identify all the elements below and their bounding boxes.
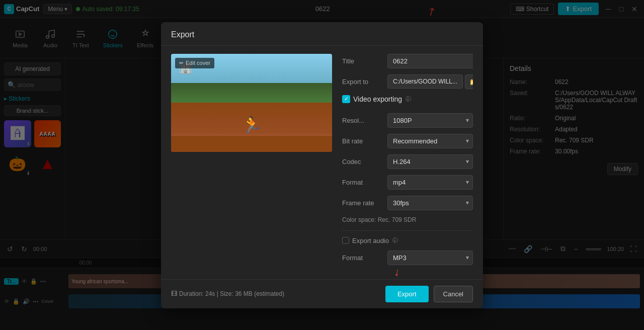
audio-checkbox[interactable] — [342, 237, 349, 244]
resolution-select-wrapper: 1080P 720P 4K ▾ — [387, 113, 473, 128]
edit-icon: ✏ — [179, 60, 184, 66]
audio-section: Export audio 🛈 Format MP3 AAC ▾ — [342, 230, 473, 265]
dialog-title: Export — [161, 22, 483, 46]
title-field-row: Title — [342, 54, 473, 68]
audio-format-select-wrapper: MP3 AAC ▾ — [387, 251, 473, 265]
title-input[interactable] — [387, 54, 473, 68]
video-section-header: ✓ Video exporting 🛈 — [342, 95, 473, 107]
dialog-body: 🏢 🏃 ✏ Edit cover Title E — [161, 46, 483, 279]
bitrate-field-row: Bit rate Recommended High Low ▾ — [342, 134, 473, 148]
footer-buttons: ↓ Export Cancel — [385, 286, 473, 302]
color-space-text: Color space: Rec. 709 SDR — [342, 216, 473, 223]
export-path: C:/Users/GOOD WILL... 📁 — [387, 74, 473, 89]
audio-format-row: Format MP3 AAC ▾ — [342, 251, 473, 265]
bitrate-select-wrapper: Recommended High Low ▾ — [387, 134, 473, 148]
bitrate-select[interactable]: Recommended High Low — [387, 134, 473, 148]
export-dialog-button[interactable]: Export — [385, 286, 429, 302]
codec-field-row: Codec H.264 H.265 ▾ — [342, 154, 473, 169]
format-field-row: Format mp4 mov ▾ — [342, 175, 473, 190]
video-checkbox[interactable]: ✓ — [342, 95, 350, 103]
resolution-field-row: Resol... 1080P 720P 4K ▾ — [342, 113, 473, 128]
folder-icon[interactable]: 📁 — [465, 74, 473, 89]
dialog-preview: 🏢 🏃 ✏ Edit cover — [171, 54, 332, 271]
codec-select[interactable]: H.264 H.265 — [387, 154, 473, 169]
format-select[interactable]: mp4 mov — [387, 175, 473, 190]
audio-format-select[interactable]: MP3 AAC — [387, 251, 473, 265]
preview-image: 🏢 🏃 ✏ Edit cover — [171, 54, 332, 152]
framerate-field-row: Frame rate 30fps 24fps 60fps ▾ — [342, 196, 473, 210]
resolution-select[interactable]: 1080P 720P 4K — [387, 113, 473, 128]
codec-select-wrapper: H.264 H.265 ▾ — [387, 154, 473, 169]
framerate-select-wrapper: 30fps 24fps 60fps ▾ — [387, 196, 473, 210]
video-info-icon[interactable]: 🛈 — [405, 96, 411, 103]
edit-cover-button[interactable]: ✏ Edit cover — [175, 58, 214, 68]
dialog-footer: 🎞 Duration: 24s | Size: 36 MB (estimated… — [161, 279, 483, 308]
export-dialog: Export 🏢 🏃 ✏ Edit cover — [161, 22, 483, 308]
dialog-settings: Title Export to C:/Users/GOOD WILL... 📁 … — [342, 54, 473, 271]
duration-info: 🎞 Duration: 24s | Size: 36 MB (estimated… — [171, 290, 284, 297]
audio-section-header: Export audio 🛈 — [342, 237, 473, 244]
film-icon: 🎞 — [171, 290, 177, 297]
cancel-dialog-button[interactable]: Cancel — [434, 286, 473, 302]
export-to-field-row: Export to C:/Users/GOOD WILL... 📁 — [342, 74, 473, 89]
dialog-overlay: Export 🏢 🏃 ✏ Edit cover — [0, 0, 644, 330]
framerate-select[interactable]: 30fps 24fps 60fps — [387, 196, 473, 210]
audio-info-icon[interactable]: 🛈 — [392, 237, 398, 244]
format-select-wrapper: mp4 mov ▾ — [387, 175, 473, 190]
